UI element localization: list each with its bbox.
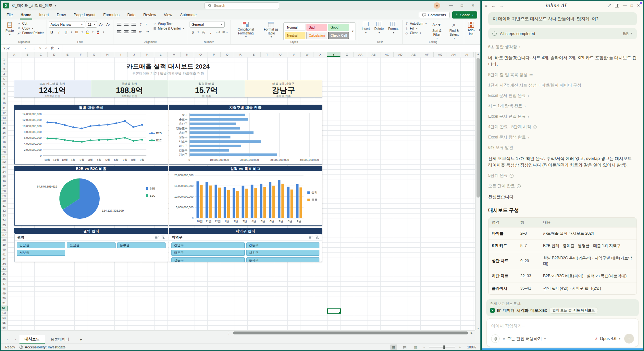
column-header-M[interactable]: M (167, 52, 181, 57)
column-header-R[interactable]: R (234, 52, 247, 57)
row-header-11[interactable]: 11 (1, 106, 7, 111)
row-header-55[interactable]: 55 (1, 320, 7, 325)
comments-button[interactable]: Comments (419, 12, 450, 18)
clear-button[interactable]: ◇Clear▼ (405, 31, 427, 35)
column-header-O[interactable]: O (194, 52, 207, 57)
kpi-card-0[interactable]: B2B 카드매출 합계124.1억2024년 연간 (14, 80, 91, 98)
column-header-D[interactable]: D (48, 52, 61, 57)
ribbon-tab-formulas[interactable]: Formulas (99, 11, 123, 20)
row-header-16[interactable]: 16 (1, 130, 7, 135)
row-header-33[interactable]: 33 (1, 213, 7, 218)
ai-close-button[interactable]: ✕ (637, 3, 640, 8)
align-top-button[interactable] (116, 21, 122, 27)
ribbon-tab-page-layout[interactable]: Page Layout (70, 11, 99, 20)
increase-indent-button[interactable]: ⇥ (145, 29, 151, 35)
copilot-button[interactable]: Copilot (478, 21, 480, 33)
more-icon[interactable]: ⋮ (32, 46, 36, 50)
row-header-9[interactable]: 9 (1, 96, 7, 101)
conditional-formatting-button[interactable]: Conditional Formatting▼ (233, 21, 259, 39)
row-header-26[interactable]: 26 (1, 179, 7, 184)
row-header-7[interactable]: 7 (1, 86, 7, 91)
font-color-button[interactable]: A (95, 29, 101, 35)
ribbon-tab-file[interactable]: File (3, 11, 17, 20)
vertical-scroll-thumb[interactable] (477, 58, 480, 198)
column-header-A[interactable]: A (8, 52, 21, 57)
column-header-AG[interactable]: AG (434, 52, 447, 57)
column-header-Q[interactable]: Q (221, 52, 234, 57)
fill-button[interactable]: ⤓Fill▼ (405, 26, 427, 30)
increase-decimal-button[interactable]: ←.0 (215, 29, 221, 35)
minimize-button[interactable]: — (446, 2, 456, 9)
addins-button[interactable]: Add-ins (466, 21, 476, 36)
search-input[interactable]: Search (204, 2, 279, 9)
slicer-region[interactable]: 권역 강남권도심권동부권서부권 (14, 234, 168, 262)
row-header-45[interactable]: 45 (1, 272, 7, 277)
column-header-AI[interactable]: AI (460, 52, 474, 57)
scrollbar-grip-icon[interactable]: ⋮ (227, 331, 230, 335)
row-header-52[interactable]: 52 (1, 306, 7, 311)
column-header-AA[interactable]: AA (354, 52, 367, 57)
slicer-item-강동구[interactable]: 강동구 (246, 242, 320, 248)
column-header-X[interactable]: X (314, 52, 327, 57)
row-header-39[interactable]: 39 (1, 242, 7, 247)
zoom-out-button[interactable]: − (423, 345, 425, 349)
paste-button[interactable]: 📋 Paste▼ (4, 21, 15, 37)
format-cells-button[interactable]: Format▼ (387, 21, 400, 35)
column-header-C[interactable]: C (34, 52, 48, 57)
font-name-select[interactable]: Aptos Narrow▼ (49, 21, 85, 28)
progress-step[interactable]: Excel 문서 편집 완료› (488, 93, 637, 98)
horizontal-scroll-thumb[interactable] (233, 332, 468, 334)
row-header-44[interactable]: 44 (1, 267, 7, 272)
snip-icon[interactable]: ⤢ (608, 3, 611, 8)
row-header-32[interactable]: 32 (1, 208, 7, 213)
row-header-38[interactable]: 38 (1, 238, 7, 242)
row-header-41[interactable]: 41 (1, 252, 7, 257)
row-header-42[interactable]: 42 (1, 257, 7, 262)
clear-filter-icon[interactable] (315, 236, 319, 239)
copy-button[interactable]: ⧉Copy▼ (17, 26, 44, 30)
column-header-W[interactable]: W (301, 52, 314, 57)
cell-style-good[interactable]: Good (328, 24, 349, 31)
cell-style-neutral[interactable]: Neutral (285, 32, 305, 39)
page-layout-view-button[interactable]: ▤ (401, 344, 408, 350)
split-view-icon[interactable] (615, 4, 619, 7)
fx-icon[interactable]: fx (51, 46, 54, 51)
row-header-1[interactable]: 1 (1, 57, 7, 62)
row-header-27[interactable]: 27 (1, 184, 7, 189)
ai-maximize-button[interactable]: □ (631, 3, 633, 8)
row-header-48[interactable]: 48 (1, 286, 7, 291)
percent-format-button[interactable]: % (200, 29, 206, 35)
cut-button[interactable]: ✂Cut (17, 22, 44, 25)
row-header-18[interactable]: 18 (1, 140, 7, 145)
column-header-N[interactable]: N (181, 52, 194, 57)
row-header-19[interactable]: 19 (1, 145, 7, 150)
slicer-item-도심권[interactable]: 도심권 (67, 242, 115, 248)
scroll-down-arrow[interactable]: ▼ (476, 327, 480, 330)
row-header-28[interactable]: 28 (1, 189, 7, 194)
cancel-icon[interactable]: ✕ (39, 46, 42, 50)
row-header-47[interactable]: 47 (1, 281, 7, 286)
format-painter-button[interactable]: 🖌Format Painter (17, 31, 44, 35)
delete-cells-button[interactable]: Delete▼ (373, 21, 385, 35)
accounting-format-button[interactable]: $ (190, 29, 196, 35)
row-header-20[interactable]: 20 (1, 150, 7, 155)
model-select[interactable]: ✳Opus 4.6▼ (594, 336, 621, 341)
back-button[interactable]: ← (491, 3, 496, 8)
column-header-Y[interactable]: Y (327, 52, 341, 57)
row-header-3[interactable]: 3 (1, 67, 7, 72)
vertical-scrollbar[interactable]: ▲ ▼ (475, 52, 480, 330)
insert-cells-button[interactable]: Insert▼ (360, 21, 371, 35)
font-size-select[interactable]: 11▼ (86, 21, 97, 28)
scroll-up-arrow[interactable]: ▲ (476, 53, 480, 55)
menu-icon[interactable]: ≡ (485, 3, 488, 8)
page-break-view-button[interactable]: ▥ (412, 344, 419, 350)
row-header-36[interactable]: 36 (1, 228, 7, 233)
sheet-tab-rawdata[interactable]: 원본데이터 (45, 335, 75, 344)
viewing-pill[interactable]: 함께 보는 중: 시트 대시보드 (549, 307, 598, 314)
sheet-tab-dashboard[interactable]: 대시보드 (19, 335, 45, 344)
wrap-text-button[interactable]: ↩Wrap Text (153, 22, 185, 26)
row-header-22[interactable]: 22 (1, 160, 7, 164)
ribbon-tab-view[interactable]: View (160, 11, 176, 20)
row-header-13[interactable]: 13 (1, 116, 7, 121)
kpi-card-2[interactable]: 월평균 매출15.7억월 기준 (168, 80, 245, 98)
